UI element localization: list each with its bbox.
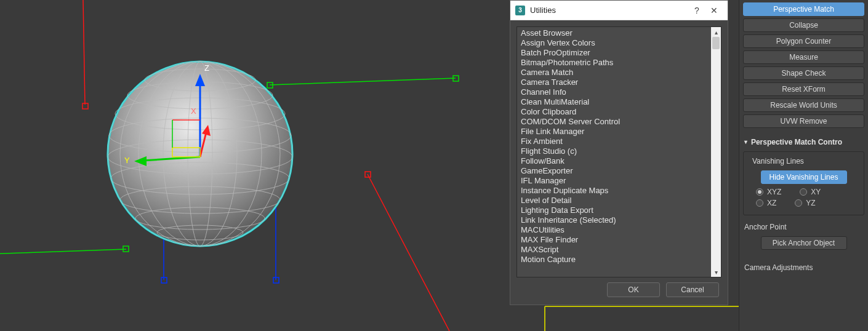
radio-xz[interactable]: XZ: [756, 199, 776, 207]
utility-item[interactable]: MACUtilities: [520, 225, 718, 235]
radio-xy[interactable]: XY: [800, 188, 821, 196]
scrollbar[interactable]: ▴ ▾: [711, 27, 721, 277]
scroll-thumb[interactable]: [712, 37, 720, 49]
utility-item[interactable]: Color Clipboard: [520, 107, 718, 117]
hide-vanishing-lines-button[interactable]: Hide Vanishing Lines: [761, 170, 847, 184]
utility-item[interactable]: Batch ProOptimizer: [520, 48, 718, 58]
utility-item[interactable]: File Link Manager: [520, 127, 718, 137]
radio-yz[interactable]: YZ: [795, 199, 815, 207]
rollout-title: Perspective Match Contro: [751, 138, 842, 146]
panel-button-collapse[interactable]: Collapse: [743, 18, 864, 32]
utility-item[interactable]: Motion Capture: [520, 255, 718, 265]
ok-button[interactable]: OK: [607, 282, 660, 297]
utility-item[interactable]: Camera Match: [520, 68, 718, 78]
pick-anchor-object-button[interactable]: Pick Anchor Object: [761, 236, 847, 250]
help-button[interactable]: ?: [688, 6, 705, 15]
command-panel: Perspective MatchCollapsePolygon Counter…: [739, 0, 868, 331]
close-button[interactable]: ✕: [705, 6, 723, 15]
svg-text:Y: Y: [124, 156, 130, 165]
utilities-dialog: 3 Utilities ? ✕ Asset BrowserAssign Vert…: [510, 0, 728, 305]
utility-item[interactable]: GameExporter: [520, 166, 718, 176]
dialog-title: Utilities: [530, 6, 688, 15]
panel-button-uvw-remove[interactable]: UVW Remove: [743, 114, 864, 128]
rollout-header-perspective-match-controls[interactable]: ▼ Perspective Match Contro: [743, 138, 864, 146]
utility-item[interactable]: Bitmap/Photometric Paths: [520, 58, 718, 68]
utility-item[interactable]: Lighting Data Export: [520, 205, 718, 215]
utility-item[interactable]: MAXScript: [520, 245, 718, 255]
panel-button-measure[interactable]: Measure: [743, 50, 864, 64]
utility-item[interactable]: Camera Tracker: [520, 78, 718, 87]
utility-item[interactable]: Fix Ambient: [520, 137, 718, 146]
panel-button-polygon-counter[interactable]: Polygon Counter: [743, 34, 864, 48]
utility-item[interactable]: MAX File Finder: [520, 235, 718, 245]
utility-item[interactable]: Asset Browser: [520, 28, 718, 38]
utility-item[interactable]: Flight Studio (c): [520, 146, 718, 156]
anchor-point-label: Anchor Point: [744, 223, 864, 231]
scroll-down-icon[interactable]: ▾: [711, 267, 721, 277]
panel-button-perspective-match[interactable]: Perspective Match: [743, 2, 864, 16]
utility-item[interactable]: IFL Manager: [520, 176, 718, 186]
panel-button-reset-xform[interactable]: Reset XForm: [743, 82, 864, 96]
utility-item[interactable]: Level of Detail: [520, 196, 718, 205]
utility-item[interactable]: COM/DCOM Server Control: [520, 117, 718, 127]
cancel-button[interactable]: Cancel: [666, 282, 719, 297]
app-icon: 3: [515, 6, 525, 15]
utility-item[interactable]: Follow/Bank: [520, 156, 718, 166]
utilities-listbox[interactable]: Asset BrowserAssign Vertex ColorsBatch P…: [516, 26, 721, 277]
svg-line-0: [0, 249, 126, 254]
svg-text:X: X: [191, 106, 196, 116]
vanishing-lines-group: Vanishing Lines Hide Vanishing Lines XYZ…: [743, 151, 864, 215]
dialog-titlebar[interactable]: 3 Utilities ? ✕: [510, 1, 728, 20]
group-label: Vanishing Lines: [750, 157, 806, 166]
svg-line-2: [270, 78, 456, 85]
camera-adjustments-label: Camera Adjustments: [744, 263, 864, 272]
svg-line-7: [368, 174, 449, 331]
panel-button-rescale-world-units[interactable]: Rescale World Units: [743, 98, 864, 112]
utility-item[interactable]: Assign Vertex Colors: [520, 38, 718, 48]
radio-xyz[interactable]: XYZ: [756, 188, 781, 196]
chevron-down-icon: ▼: [743, 139, 749, 145]
scroll-up-icon[interactable]: ▴: [711, 27, 721, 37]
svg-line-5: [83, 0, 85, 105]
utility-item[interactable]: Link Inheritance (Selected): [520, 215, 718, 225]
utility-item[interactable]: Channel Info: [520, 87, 718, 97]
utility-item[interactable]: Instance Duplicate Maps: [520, 186, 718, 196]
panel-button-shape-check[interactable]: Shape Check: [743, 66, 864, 80]
utility-item[interactable]: Clean MultiMaterial: [520, 97, 718, 107]
svg-text:Z: Z: [204, 63, 209, 73]
